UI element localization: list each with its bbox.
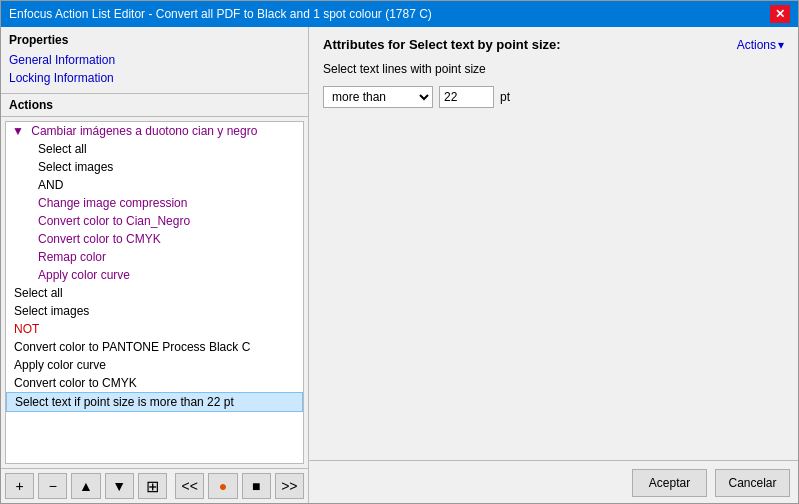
properties-section: Properties General Information Locking I… bbox=[1, 27, 308, 94]
action-label: Cambiar imágenes a duotono cian y negro bbox=[31, 124, 257, 138]
move-down-button[interactable]: ▼ bbox=[105, 473, 134, 499]
action-select-text[interactable]: Select text if point size is more than 2… bbox=[6, 392, 303, 412]
title-text: Enfocus Action List Editor - Convert all… bbox=[9, 7, 432, 21]
action-convert-cian[interactable]: Convert color to Cian_Negro bbox=[6, 212, 303, 230]
field-label: Select text lines with point size bbox=[323, 62, 784, 76]
action-apply-curve-1[interactable]: Apply color curve bbox=[6, 266, 303, 284]
move-up-button[interactable]: ▲ bbox=[71, 473, 100, 499]
action-and[interactable]: AND bbox=[6, 176, 303, 194]
prev-button[interactable]: << bbox=[175, 473, 204, 499]
actions-header: Actions bbox=[1, 94, 308, 117]
actions-dropdown-link[interactable]: Actions ▾ bbox=[737, 38, 784, 52]
attributes-header-row: Attributes for Select text by point size… bbox=[323, 37, 784, 52]
point-size-input[interactable] bbox=[439, 86, 494, 108]
action-not[interactable]: NOT bbox=[6, 320, 303, 338]
right-content: Attributes for Select text by point size… bbox=[309, 27, 798, 503]
actions-list[interactable]: ▼ Cambiar imágenes a duotono cian y negr… bbox=[5, 121, 304, 464]
chevron-down-icon: ▾ bbox=[778, 38, 784, 52]
action-convert-pantone[interactable]: Convert color to PANTONE Process Black C bbox=[6, 338, 303, 356]
dialog-buttons: Aceptar Cancelar bbox=[309, 460, 798, 503]
main-window: Enfocus Action List Editor - Convert all… bbox=[0, 0, 799, 504]
actions-section: Actions ▼ Cambiar imágenes a duotono cia… bbox=[1, 94, 308, 468]
action-convert-cmyk-1[interactable]: Convert color to CMYK bbox=[6, 230, 303, 248]
action-select-images-2[interactable]: Select images bbox=[6, 302, 303, 320]
general-information-link[interactable]: General Information bbox=[9, 51, 300, 69]
point-size-controls: more than less than equal to not equal t… bbox=[323, 86, 784, 108]
accept-button[interactable]: Aceptar bbox=[632, 469, 707, 497]
bottom-toolbar: + − ▲ ▼ ⊞ << ● bbox=[1, 468, 308, 503]
main-content: Properties General Information Locking I… bbox=[1, 27, 798, 503]
attributes-title: Attributes for Select text by point size… bbox=[323, 37, 561, 52]
action-select-all-1[interactable]: Select all bbox=[6, 140, 303, 158]
right-panel: Attributes for Select text by point size… bbox=[309, 27, 798, 460]
unit-label: pt bbox=[500, 90, 510, 104]
add-action-button[interactable]: + bbox=[5, 473, 34, 499]
cancel-button[interactable]: Cancelar bbox=[715, 469, 790, 497]
action-change-compression[interactable]: Change image compression bbox=[6, 194, 303, 212]
action-remap[interactable]: Remap color bbox=[6, 248, 303, 266]
title-bar: Enfocus Action List Editor - Convert all… bbox=[1, 1, 798, 27]
square-button[interactable]: ■ bbox=[242, 473, 271, 499]
left-panel: Properties General Information Locking I… bbox=[1, 27, 309, 503]
action-convert-cmyk-2[interactable]: Convert color to CMYK bbox=[6, 374, 303, 392]
locking-information-link[interactable]: Locking Information bbox=[9, 69, 300, 87]
action-select-all-2[interactable]: Select all bbox=[6, 284, 303, 302]
next-button[interactable]: >> bbox=[275, 473, 304, 499]
action-apply-curve-2[interactable]: Apply color curve bbox=[6, 356, 303, 374]
settings-button[interactable]: ⊞ bbox=[138, 473, 167, 499]
close-button[interactable]: ✕ bbox=[770, 5, 790, 23]
comparison-dropdown[interactable]: more than less than equal to not equal t… bbox=[323, 86, 433, 108]
circle-button[interactable]: ● bbox=[208, 473, 237, 499]
action-select-images-1[interactable]: Select images bbox=[6, 158, 303, 176]
action-group-cambiar[interactable]: ▼ Cambiar imágenes a duotono cian y negr… bbox=[6, 122, 303, 140]
expand-icon: ▼ bbox=[12, 124, 24, 138]
properties-title: Properties bbox=[9, 33, 300, 47]
remove-action-button[interactable]: − bbox=[38, 473, 67, 499]
